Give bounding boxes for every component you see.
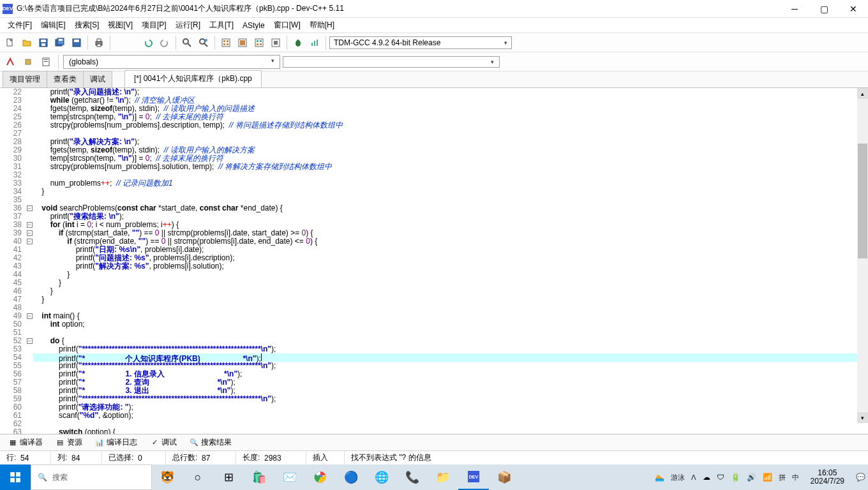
- code-line-36[interactable]: void searchProblems(const char *start_da…: [33, 204, 868, 212]
- side-tab-2[interactable]: 调试: [83, 71, 112, 87]
- replace-icon[interactable]: [196, 35, 211, 50]
- menu-窗口[W][interactable]: 窗口[W]: [270, 19, 304, 32]
- code-line-26[interactable]: strcpy(problems[num_problems].descriptio…: [33, 121, 868, 130]
- tray-expand-icon[interactable]: ᐱ: [691, 473, 696, 482]
- side-tab-1[interactable]: 查看类: [47, 71, 84, 87]
- code-line-51[interactable]: [33, 329, 868, 337]
- tray-ime-indicator[interactable]: 拼: [779, 473, 786, 482]
- task-view-icon[interactable]: ⊞: [213, 464, 244, 490]
- menu-文件[F][interactable]: 文件[F]: [4, 19, 36, 32]
- code-line-45[interactable]: }: [33, 279, 868, 287]
- code-line-60[interactable]: printf("请选择功能: ");: [33, 403, 868, 412]
- file-tab-active[interactable]: [*] 0041个人知识库程序（pkB).cpp: [124, 70, 262, 87]
- menu-工具[T][interactable]: 工具[T]: [206, 19, 237, 32]
- fold-toggle[interactable]: −: [27, 313, 33, 319]
- code-line-27[interactable]: [33, 130, 868, 138]
- fold-toggle[interactable]: −: [27, 338, 33, 344]
- close-button[interactable]: ✕: [839, 0, 868, 17]
- rebuild-icon[interactable]: [268, 35, 283, 50]
- fold-toggle[interactable]: −: [27, 230, 33, 236]
- bottom-tab-1[interactable]: ▤资源: [50, 434, 88, 450]
- insert-icon[interactable]: [20, 54, 36, 70]
- task-chrome-icon[interactable]: [305, 464, 336, 490]
- scope-selector[interactable]: (globals) ▾: [63, 55, 280, 69]
- code-line-48[interactable]: [33, 304, 868, 312]
- redo-icon[interactable]: [157, 35, 172, 50]
- code-line-31[interactable]: strcpy(problems[num_problems].solution, …: [33, 163, 868, 171]
- vertical-scrollbar[interactable]: ▴ ▾: [857, 88, 868, 423]
- maximize-button[interactable]: ▢: [809, 0, 839, 17]
- weather-icon[interactable]: 🏊: [655, 473, 664, 482]
- menu-项目[P][interactable]: 项目[P]: [138, 19, 170, 32]
- new-file-icon[interactable]: [3, 35, 18, 50]
- open-file-icon[interactable]: [19, 35, 34, 50]
- menu-搜索[S][interactable]: 搜索[S]: [71, 19, 103, 32]
- code-line-43[interactable]: printf("解决方案: %s", problems[i].solution)…: [33, 262, 868, 271]
- code-line-34[interactable]: }: [33, 188, 868, 196]
- start-button[interactable]: [0, 464, 31, 490]
- debug-icon[interactable]: [290, 35, 306, 50]
- code-line-49[interactable]: int main() {: [33, 312, 868, 320]
- fold-toggle[interactable]: −: [27, 222, 33, 228]
- bottom-tab-0[interactable]: ▦编译器: [3, 434, 49, 450]
- save-as-icon[interactable]: [69, 35, 84, 50]
- task-explorer-icon[interactable]: 📁: [428, 464, 458, 490]
- code-line-44[interactable]: }: [33, 271, 868, 279]
- scroll-thumb[interactable]: [858, 144, 867, 258]
- compiler-selector[interactable]: TDM-GCC 4.9.2 64-bit Release ▾: [329, 36, 512, 49]
- minimize-button[interactable]: ─: [780, 0, 809, 17]
- member-selector[interactable]: ▾: [283, 56, 500, 68]
- taskbar-clock[interactable]: 16:05 2024/7/29: [805, 469, 849, 486]
- menu-运行[R][interactable]: 运行[R]: [172, 19, 204, 32]
- tray-volume-icon[interactable]: 🔊: [747, 473, 756, 482]
- code-line-63[interactable]: switch (option) {: [33, 428, 868, 434]
- save-all-icon[interactable]: [52, 35, 68, 50]
- profile-icon[interactable]: [307, 35, 322, 50]
- side-tab-0[interactable]: 项目管理: [3, 71, 47, 87]
- taskbar-search[interactable]: 🔍 搜索: [31, 464, 152, 490]
- code-line-53[interactable]: printf("********************************…: [33, 345, 868, 353]
- code-line-50[interactable]: int option;: [33, 320, 868, 329]
- fold-toggle[interactable]: −: [27, 239, 33, 244]
- bottom-tab-4[interactable]: 🔍搜索结果: [184, 434, 237, 450]
- scroll-up-icon[interactable]: ▴: [857, 88, 868, 99]
- code-line-59[interactable]: printf("********************************…: [33, 395, 868, 403]
- task-mail-icon[interactable]: ✉️: [274, 464, 305, 490]
- run-icon[interactable]: [235, 35, 250, 50]
- task-devcpp-icon[interactable]: DEV: [458, 464, 489, 490]
- scroll-down-icon[interactable]: ▾: [857, 412, 868, 423]
- code-editor[interactable]: printf("录入问题描述: \n"); while (getchar() !…: [33, 88, 868, 434]
- code-line-46[interactable]: }: [33, 287, 868, 295]
- menu-AStyle[interactable]: AStyle: [239, 20, 269, 31]
- undo-icon[interactable]: [140, 35, 156, 50]
- notifications-icon[interactable]: 💬: [856, 473, 865, 482]
- bottom-tab-2[interactable]: 📊编译日志: [89, 434, 143, 450]
- goto-func-icon[interactable]: [3, 54, 18, 70]
- save-icon[interactable]: [36, 35, 51, 50]
- fold-toggle[interactable]: −: [27, 205, 33, 211]
- task-tiger-icon[interactable]: 🐯: [152, 464, 183, 490]
- print-icon[interactable]: [91, 35, 107, 50]
- menu-视图[V][interactable]: 视图[V]: [104, 19, 137, 32]
- tray-wifi-icon[interactable]: 📶: [763, 473, 772, 482]
- task-blue-icon[interactable]: 🔵: [336, 464, 366, 490]
- menu-编辑[E][interactable]: 编辑[E]: [37, 19, 70, 32]
- tray-ime-mode[interactable]: 中: [792, 473, 799, 482]
- code-line-61[interactable]: scanf("%d", &option);: [33, 412, 868, 420]
- menu-帮助[H][interactable]: 帮助[H]: [306, 19, 338, 32]
- tray-security-icon[interactable]: 🛡: [717, 473, 724, 482]
- compile-icon[interactable]: [218, 35, 234, 50]
- find-icon[interactable]: [179, 35, 195, 50]
- code-line-62[interactable]: [33, 420, 868, 428]
- task-meet-icon[interactable]: 📞: [397, 464, 428, 490]
- tray-onedrive-icon[interactable]: ☁: [703, 473, 710, 482]
- code-line-47[interactable]: }: [33, 295, 868, 304]
- task-store-icon[interactable]: 🛍️: [244, 464, 274, 490]
- bottom-tab-3[interactable]: ✓调试: [144, 434, 183, 450]
- bookmark-icon[interactable]: [38, 54, 54, 70]
- code-line-33[interactable]: num_problems++; // 记录问题数加1: [33, 179, 868, 188]
- compile-run-icon[interactable]: [251, 35, 267, 50]
- cortana-icon[interactable]: ○: [183, 464, 213, 490]
- task-app-icon[interactable]: 📦: [489, 464, 520, 490]
- task-edge-icon[interactable]: 🌐: [366, 464, 397, 490]
